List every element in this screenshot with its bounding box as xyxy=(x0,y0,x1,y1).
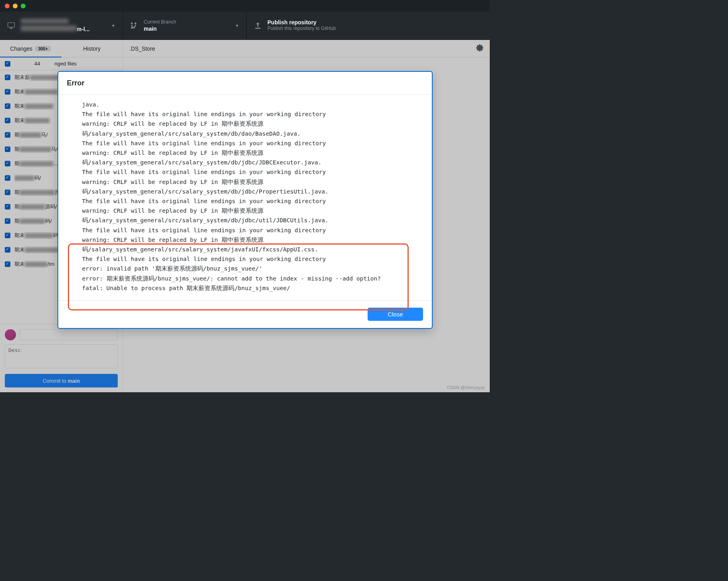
repo-value-suffix: m-l... xyxy=(77,26,90,32)
modal-title: Error xyxy=(67,79,423,87)
repo-selector[interactable]: m-l... ▼ xyxy=(0,12,123,40)
modal-body: java. The file will have its original li… xyxy=(58,95,432,300)
close-button[interactable]: Close xyxy=(368,308,423,321)
publish-sub: Publish this repository to GitHub xyxy=(267,26,483,31)
branch-value: main xyxy=(144,26,235,32)
toolbar: m-l... ▼ Current Branch main ▼ Publish r… xyxy=(0,12,490,40)
modal-header: Error xyxy=(58,72,432,95)
error-dialog: Error java. The file will have its origi… xyxy=(57,71,433,329)
traffic-lights xyxy=(5,4,26,8)
close-window-button[interactable] xyxy=(5,4,10,8)
branch-icon xyxy=(130,22,138,30)
chevron-down-icon: ▼ xyxy=(111,24,115,28)
modal-overlay: Error java. The file will have its origi… xyxy=(0,40,490,392)
monitor-icon xyxy=(7,22,15,30)
chevron-down-icon: ▼ xyxy=(235,24,239,28)
modal-footer: Close xyxy=(58,300,432,328)
watermark: CSDN @Xinnyyyyy xyxy=(447,385,485,390)
branch-label: Current Branch xyxy=(144,19,235,25)
maximize-window-button[interactable] xyxy=(21,4,26,8)
titlebar xyxy=(0,0,490,12)
branch-selector[interactable]: Current Branch main ▼ xyxy=(123,12,247,40)
publish-label: Publish repository xyxy=(267,19,483,26)
upload-icon xyxy=(254,22,262,30)
error-text: java. The file will have its original li… xyxy=(82,100,421,293)
publish-button[interactable]: Publish repository Publish this reposito… xyxy=(247,12,490,40)
minimize-window-button[interactable] xyxy=(13,4,18,8)
